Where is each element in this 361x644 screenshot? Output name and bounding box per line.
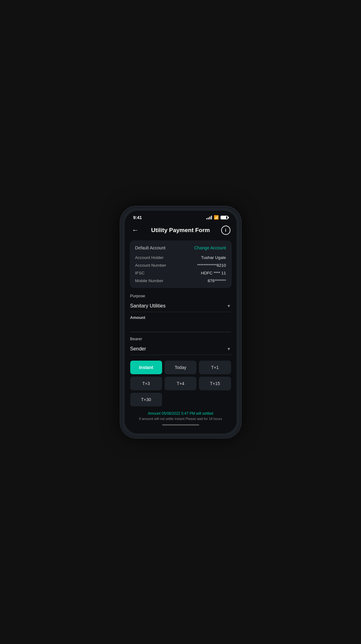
ifsc-value: HDFC **** 11 [201, 271, 226, 275]
account-holder-label: Account Holder [135, 255, 164, 260]
timing-t1[interactable]: T+1 [199, 361, 231, 374]
status-icons: 📶 [206, 215, 228, 220]
purpose-label: Purpose [130, 294, 231, 298]
mobile-row: Mobile Number 876******* [135, 278, 226, 283]
ifsc-label: IFSC [135, 271, 145, 275]
screen-content: ← Utility Payment Form i Default Account… [125, 222, 237, 434]
amount-input[interactable] [130, 322, 231, 332]
mobile-label: Mobile Number [135, 278, 164, 283]
home-indicator [162, 424, 199, 426]
status-bar: 9:41 📶 [125, 211, 237, 222]
phone-screen: 9:41 📶 ← Utility Payment Form i [125, 211, 237, 434]
account-holder-value: Tushar Ugale [201, 255, 226, 260]
bearer-section: Bearer Sender ▼ [125, 337, 237, 355]
purpose-value: Sanitary Utilities [130, 303, 166, 309]
battery-icon [221, 216, 228, 219]
timing-t30[interactable]: T+30 [130, 393, 162, 406]
bearer-dropdown[interactable]: Sender ▼ [130, 344, 231, 355]
account-number-value: ************8210 [197, 263, 226, 268]
page-header: ← Utility Payment Form i [125, 222, 237, 240]
default-account-label: Default Account [135, 245, 165, 250]
purpose-section: Purpose Sanitary Utilities ▼ [125, 294, 237, 312]
account-card-header: Default Account Change Account [135, 245, 226, 250]
timing-instant[interactable]: Instant [130, 361, 162, 374]
account-card: Default Account Change Account Account H… [130, 240, 232, 288]
phone-frame: 9:41 📶 ← Utility Payment Form i [120, 206, 241, 438]
amount-section: Amount [125, 315, 237, 332]
settled-info: Amount 05/08/2022 5:47 PM will settled I… [125, 411, 237, 421]
bearer-label: Bearer [130, 337, 231, 341]
timing-today[interactable]: Today [165, 361, 196, 374]
purpose-dropdown-arrow: ▼ [227, 303, 231, 308]
mobile-value: 876******* [208, 278, 226, 283]
timing-t15[interactable]: T+15 [199, 377, 231, 390]
status-time: 9:41 [133, 215, 142, 220]
change-account-link[interactable]: Change Account [194, 245, 226, 250]
notch [162, 211, 199, 219]
timing-t4[interactable]: T+4 [165, 377, 196, 390]
ifsc-row: IFSC HDFC **** 11 [135, 271, 226, 275]
account-number-row: Account Number ************8210 [135, 263, 226, 268]
settled-sub-text: If amount will not settle instant Please… [130, 417, 231, 421]
signal-icon [206, 216, 212, 219]
amount-label: Amount [130, 315, 231, 320]
timing-section: Instant Today T+1 T+3 T+4 T+15 T+30 [125, 361, 237, 406]
back-button[interactable]: ← [131, 225, 140, 235]
bearer-value: Sender [130, 346, 146, 352]
account-holder-row: Account Holder Tushar Ugale [135, 255, 226, 260]
timing-grid: Instant Today T+1 T+3 T+4 T+15 T+30 [130, 361, 231, 406]
info-button[interactable]: i [221, 226, 230, 235]
wifi-icon: 📶 [214, 215, 219, 220]
settled-main-text: Amount 05/08/2022 5:47 PM will settled [130, 411, 231, 416]
page-title: Utility Payment Form [140, 227, 221, 234]
bearer-dropdown-arrow: ▼ [227, 346, 231, 351]
timing-t3[interactable]: T+3 [130, 377, 162, 390]
purpose-dropdown[interactable]: Sanitary Utilities ▼ [130, 301, 231, 312]
account-number-label: Account Number [135, 263, 166, 268]
